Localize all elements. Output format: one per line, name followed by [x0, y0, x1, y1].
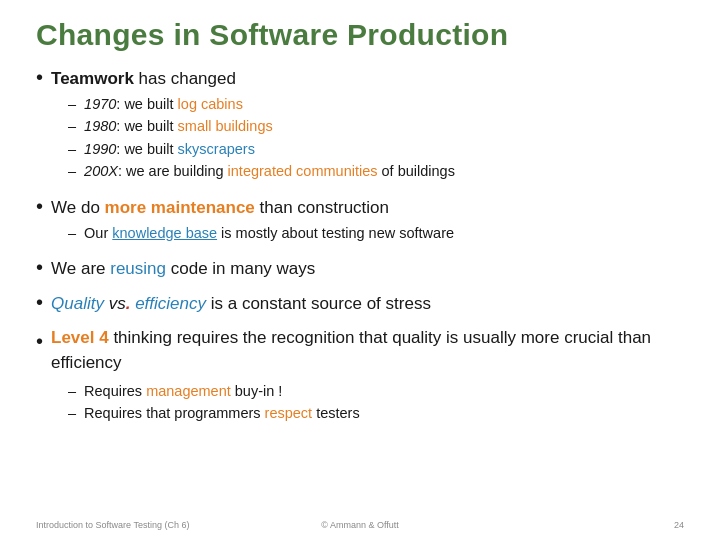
level4-label: Level 4	[51, 328, 109, 347]
text-200X: 200X: we are building integrated communi…	[84, 160, 455, 182]
footer-copyright: © Ammann & Offutt	[321, 520, 399, 530]
teamwork-label: Teamwork has changed	[51, 69, 236, 89]
slide: Changes in Software Production Teamwork …	[0, 0, 720, 540]
log-cabins: log cabins	[178, 96, 243, 112]
footer-left: Introduction to Software Testing (Ch 6)	[36, 520, 189, 530]
respect-text: Requires that programmers respect tester…	[84, 402, 360, 424]
skyscrapers: skyscrapers	[178, 141, 255, 157]
integrated-communities: integrated communities	[228, 163, 378, 179]
year-1970: 1970	[84, 96, 116, 112]
text-1980: 1980: we built small buildings	[84, 115, 273, 137]
efficiency-word: efficiency	[135, 294, 206, 313]
sub-1990: 1990: we built skyscrapers	[68, 138, 684, 160]
more-maintenance: more maintenance	[105, 198, 255, 217]
footer-right: 24	[674, 520, 684, 530]
level4-sub-bullets: Requires management buy-in ! Requires th…	[68, 380, 684, 425]
sub-1970: 1970: we built log cabins	[68, 93, 684, 115]
section-level4: Level 4 thinking requires the recognitio…	[36, 326, 684, 428]
small-buildings: small buildings	[178, 118, 273, 134]
teamwork-sub-bullets: 1970: we built log cabins 1980: we built…	[68, 93, 684, 183]
bullet-level4: Level 4 thinking requires the recognitio…	[36, 326, 684, 375]
sub-200X: 200X: we are building integrated communi…	[68, 160, 684, 182]
slide-title: Changes in Software Production	[36, 18, 684, 52]
sub-respect: Requires that programmers respect tester…	[68, 402, 684, 424]
quality-text: Quality vs. efficiency is a constant sou…	[51, 294, 431, 314]
respect-word: respect	[265, 405, 313, 421]
maintenance-sub-bullets: Our knowledge base is mostly about testi…	[68, 222, 684, 244]
reusing-text: We are reusing code in many ways	[51, 259, 315, 279]
section-reusing: We are reusing code in many ways	[36, 256, 684, 283]
section-quality: Quality vs. efficiency is a constant sou…	[36, 291, 684, 318]
footer-center: © Ammann & Offutt	[321, 520, 399, 530]
reusing-word: reusing	[110, 259, 166, 278]
knowledge-base: knowledge base	[112, 225, 217, 241]
sub-knowledge: Our knowledge base is mostly about testi…	[68, 222, 684, 244]
bullet-maintenance: We do more maintenance than construction	[36, 195, 684, 218]
management-word: management	[146, 383, 231, 399]
management-text: Requires management buy-in !	[84, 380, 282, 402]
sub-1980: 1980: we built small buildings	[68, 115, 684, 137]
text-1990: 1990: we built skyscrapers	[84, 138, 255, 160]
section-maintenance: We do more maintenance than construction…	[36, 195, 684, 248]
maintenance-text: We do more maintenance than construction	[51, 198, 389, 218]
vs-word: vs	[104, 294, 126, 313]
year-1980: 1980	[84, 118, 116, 134]
bullet-quality: Quality vs. efficiency is a constant sou…	[36, 291, 684, 314]
teamwork-suffix: has changed	[134, 69, 236, 88]
bullet-teamwork: Teamwork has changed	[36, 66, 684, 89]
teamwork-bold: Teamwork	[51, 69, 134, 88]
knowledge-text: Our knowledge base is mostly about testi…	[84, 222, 454, 244]
year-200X: 200X	[84, 163, 118, 179]
dot-word: .	[126, 294, 131, 313]
level4-text: Level 4 thinking requires the recognitio…	[51, 326, 684, 375]
bullet-reusing: We are reusing code in many ways	[36, 256, 684, 279]
text-1970: 1970: we built log cabins	[84, 93, 243, 115]
year-1990: 1990	[84, 141, 116, 157]
quality-word: Quality	[51, 294, 104, 313]
section-teamwork: Teamwork has changed 1970: we built log …	[36, 66, 684, 187]
sub-management: Requires management buy-in !	[68, 380, 684, 402]
